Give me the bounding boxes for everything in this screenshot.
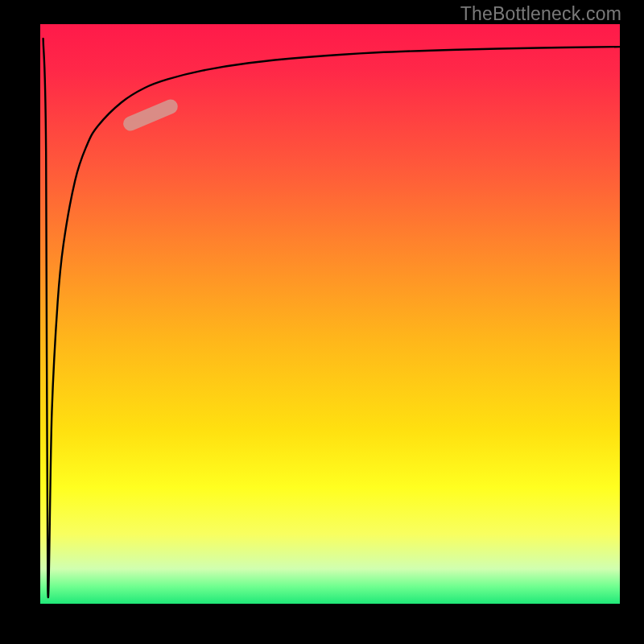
watermark-text: TheBottleneck.com	[460, 3, 621, 25]
plot-gradient-area	[40, 24, 620, 604]
